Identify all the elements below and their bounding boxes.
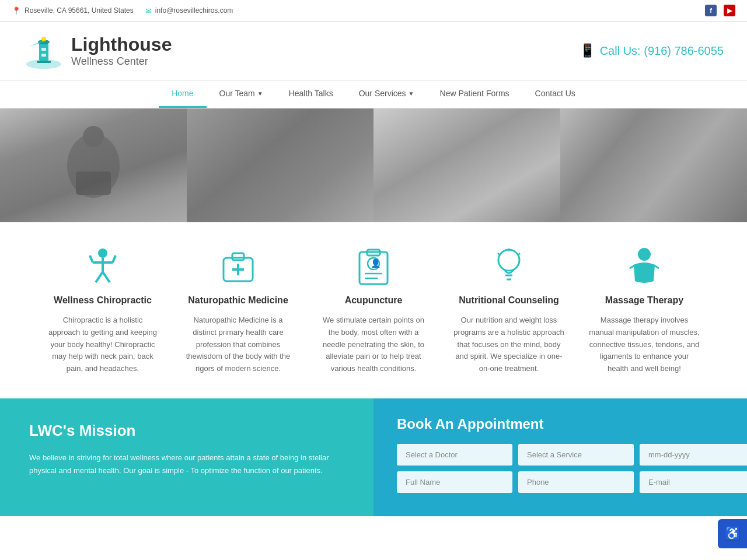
nav-our-services[interactable]: Our Services ▼: [346, 80, 427, 108]
service-desc-nutrition: Our nutrition and weight loss programs a…: [453, 314, 564, 375]
svg-line-15: [103, 272, 110, 282]
svg-point-7: [41, 37, 46, 41]
service-title-naturo: Naturopathic Medicine: [183, 295, 294, 306]
hero-images: [0, 108, 747, 222]
logo-main: Lighthouse: [71, 34, 172, 55]
svg-point-28: [498, 250, 519, 271]
facebook-icon[interactable]: f: [705, 5, 717, 16]
svg-rect-19: [232, 253, 244, 260]
svg-rect-22: [359, 252, 388, 284]
appointment-panel: Book An Appointment: [374, 398, 747, 516]
logo[interactable]: Lighthouse Wellness Center: [23, 30, 172, 71]
hero-image-4-inner: [560, 108, 747, 222]
email-input[interactable]: [640, 471, 747, 493]
logo-sub: Wellness Center: [71, 55, 172, 68]
bulb-icon: [493, 247, 525, 285]
medkit-icon: [221, 247, 256, 285]
location-icon: 📍: [12, 6, 21, 15]
services-section: Wellness Chiropractic Chiropractic is a …: [0, 222, 747, 398]
service-naturo: Naturopathic Medicine Naturopathic Medic…: [174, 246, 302, 375]
svg-rect-4: [41, 48, 46, 51]
person-icon: [87, 247, 119, 285]
massage-icon: [589, 246, 700, 286]
nav-home[interactable]: Home: [159, 80, 206, 108]
nutrition-icon: [453, 246, 564, 286]
mission-text: We believe in striving for total wellnes…: [29, 452, 344, 477]
hero-image-2-inner: [187, 108, 374, 222]
logo-lighthouse-svg: [23, 30, 64, 71]
svg-line-14: [96, 272, 103, 282]
hero-image-3-inner: [374, 108, 560, 222]
phone-icon: 📱: [580, 43, 595, 58]
nav-contact-us-label: Contact Us: [535, 89, 575, 98]
service-title-massage: Massage Therapy: [589, 295, 700, 306]
service-desc-acupuncture: We stimulate certain points on the body,…: [318, 314, 429, 375]
hero-image-1-inner: [0, 108, 187, 222]
hero-image-1: [0, 108, 187, 222]
main-nav: Home Our Team ▼ Health Talks Our Service…: [0, 80, 747, 108]
nav-home-label: Home: [172, 89, 193, 98]
bottom-section: LWC's Mission We believe in striving for…: [0, 398, 747, 516]
nav-our-services-label: Our Services: [359, 89, 406, 98]
svg-text:👤: 👤: [371, 258, 381, 268]
email-item: ✉ info@rosevillechiros.com: [145, 6, 233, 15]
mission-title: LWC's Mission: [29, 422, 344, 440]
nav-health-talks-label: Health Talks: [289, 89, 333, 98]
service-wellness-chiro: Wellness Chiropractic Chiropractic is a …: [39, 246, 167, 375]
service-massage: Massage Therapy Massage therapy involves…: [580, 246, 708, 375]
appointment-row-2: [397, 471, 747, 493]
service-title-nutrition: Nutritional Counseling: [453, 295, 564, 306]
phone-block: 📱 Call Us: (916) 786-6055: [580, 43, 724, 58]
nav-our-team-label: Our Team: [219, 89, 255, 98]
nav-new-patient-forms[interactable]: New Patient Forms: [427, 80, 522, 108]
service-title-chiro: Wellness Chiropractic: [47, 295, 158, 306]
hero-image-2: [187, 108, 374, 222]
service-nutrition: Nutritional Counseling Our nutrition and…: [445, 246, 573, 375]
youtube-icon[interactable]: ▶: [724, 5, 735, 16]
header: Lighthouse Wellness Center 📱 Call Us: (9…: [0, 22, 747, 80]
svg-point-34: [638, 248, 651, 261]
clipboard-icon: 👤: [357, 247, 390, 285]
svg-rect-5: [41, 54, 46, 57]
service-desc-chiro: Chiropractic is a holistic approach to g…: [47, 314, 158, 375]
nav-our-services-arrow: ▼: [409, 90, 414, 97]
phone-label: Call Us: (916) 786-6055: [600, 44, 724, 58]
svg-point-9: [83, 126, 104, 147]
service-title-acupuncture: Acupuncture: [318, 295, 429, 306]
hero-image-3: [374, 108, 560, 222]
service-desc-naturo: Naturopathic Medicine is a distinct prim…: [183, 314, 294, 375]
svg-rect-1: [39, 42, 48, 61]
svg-point-11: [98, 249, 107, 258]
select-doctor-input[interactable]: [397, 444, 512, 466]
hero-image-4: [560, 108, 747, 222]
appointment-row-1: [397, 444, 747, 466]
svg-rect-6: [37, 61, 51, 63]
person2-icon: [627, 247, 662, 285]
svg-rect-10: [76, 172, 111, 195]
service-desc-massage: Massage therapy involves manual manipula…: [589, 314, 700, 375]
phone-input[interactable]: [518, 471, 634, 493]
nav-new-patient-forms-label: New Patient Forms: [440, 89, 509, 98]
svg-line-17: [113, 256, 116, 262]
full-name-input[interactable]: [397, 471, 512, 493]
address-item: 📍 Roseville, CA 95661, United States: [12, 6, 134, 15]
naturo-icon: [183, 246, 294, 286]
select-service-input[interactable]: [518, 444, 634, 466]
nav-health-talks[interactable]: Health Talks: [276, 80, 346, 108]
wellness-chiro-icon: [47, 246, 158, 286]
appointment-title: Book An Appointment: [397, 416, 747, 432]
top-bar-left: 📍 Roseville, CA 95661, United States ✉ i…: [12, 6, 233, 15]
svg-line-16: [90, 256, 93, 262]
nav-our-team-arrow: ▼: [257, 90, 263, 97]
logo-text: Lighthouse Wellness Center: [71, 34, 172, 68]
nav-our-team[interactable]: Our Team ▼: [207, 80, 276, 108]
email-text: info@rosevillechiros.com: [155, 6, 233, 15]
social-icons: f ▶: [705, 5, 735, 16]
hero-img-1-scene: [58, 119, 128, 212]
email-icon: ✉: [145, 6, 152, 15]
acupuncture-icon: 👤: [318, 246, 429, 286]
mission-panel: LWC's Mission We believe in striving for…: [0, 398, 374, 516]
date-input[interactable]: [640, 444, 747, 466]
top-bar: 📍 Roseville, CA 95661, United States ✉ i…: [0, 0, 747, 22]
nav-contact-us[interactable]: Contact Us: [522, 80, 588, 108]
